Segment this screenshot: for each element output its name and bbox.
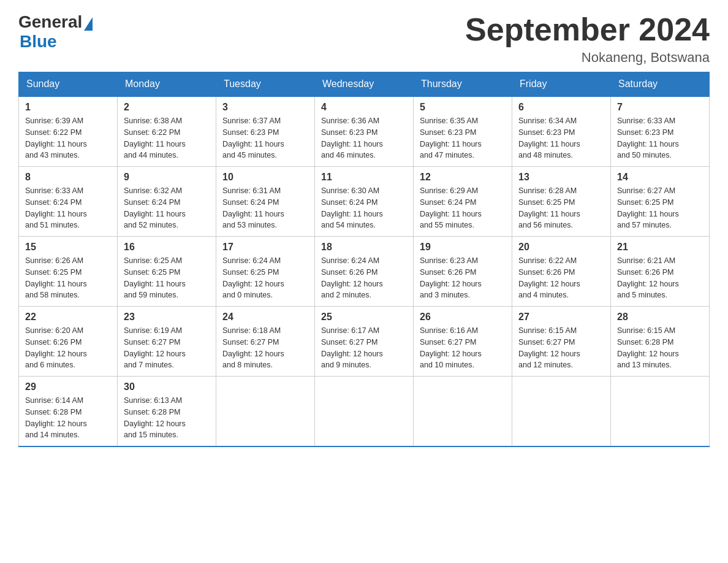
day-info: Sunrise: 6:26 AM Sunset: 6:25 PM Dayligh… [25, 255, 111, 301]
day-number: 15 [25, 242, 111, 253]
day-number: 12 [420, 172, 506, 183]
calendar-week-row: 8Sunrise: 6:33 AM Sunset: 6:24 PM Daylig… [19, 167, 710, 237]
day-number: 25 [321, 312, 407, 323]
day-info: Sunrise: 6:15 AM Sunset: 6:27 PM Dayligh… [518, 325, 604, 371]
calendar-cell: 15Sunrise: 6:26 AM Sunset: 6:25 PM Dayli… [19, 237, 118, 307]
day-number: 30 [124, 381, 210, 393]
calendar-cell: 19Sunrise: 6:23 AM Sunset: 6:26 PM Dayli… [414, 237, 512, 307]
day-number: 23 [124, 312, 210, 323]
day-info: Sunrise: 6:21 AM Sunset: 6:26 PM Dayligh… [617, 255, 703, 301]
day-info: Sunrise: 6:17 AM Sunset: 6:27 PM Dayligh… [321, 325, 407, 371]
logo-triangle-icon [84, 17, 93, 31]
calendar-cell: 17Sunrise: 6:24 AM Sunset: 6:25 PM Dayli… [216, 237, 315, 307]
calendar-cell: 8Sunrise: 6:33 AM Sunset: 6:24 PM Daylig… [19, 167, 118, 237]
calendar-cell: 25Sunrise: 6:17 AM Sunset: 6:27 PM Dayli… [315, 307, 414, 377]
calendar-cell: 22Sunrise: 6:20 AM Sunset: 6:26 PM Dayli… [19, 307, 118, 377]
day-number: 17 [222, 242, 308, 253]
header-day-thursday: Thursday [414, 72, 512, 97]
calendar-cell: 5Sunrise: 6:35 AM Sunset: 6:23 PM Daylig… [414, 96, 512, 167]
calendar-cell: 16Sunrise: 6:25 AM Sunset: 6:25 PM Dayli… [118, 237, 216, 307]
day-info: Sunrise: 6:13 AM Sunset: 6:28 PM Dayligh… [124, 395, 210, 441]
calendar-cell [216, 377, 315, 447]
day-number: 22 [25, 312, 111, 323]
calendar-cell: 23Sunrise: 6:19 AM Sunset: 6:27 PM Dayli… [118, 307, 216, 377]
calendar-cell: 9Sunrise: 6:32 AM Sunset: 6:24 PM Daylig… [118, 167, 216, 237]
calendar-cell: 30Sunrise: 6:13 AM Sunset: 6:28 PM Dayli… [118, 377, 216, 447]
day-info: Sunrise: 6:34 AM Sunset: 6:23 PM Dayligh… [518, 115, 604, 161]
calendar-header-row: SundayMondayTuesdayWednesdayThursdayFrid… [19, 72, 710, 97]
day-info: Sunrise: 6:24 AM Sunset: 6:25 PM Dayligh… [222, 255, 308, 301]
calendar-cell: 10Sunrise: 6:31 AM Sunset: 6:24 PM Dayli… [216, 167, 315, 237]
day-info: Sunrise: 6:38 AM Sunset: 6:22 PM Dayligh… [124, 115, 210, 161]
header-day-friday: Friday [512, 72, 611, 97]
day-number: 7 [617, 102, 703, 113]
logo: General Blue [18, 12, 93, 52]
day-info: Sunrise: 6:19 AM Sunset: 6:27 PM Dayligh… [124, 325, 210, 371]
day-info: Sunrise: 6:25 AM Sunset: 6:25 PM Dayligh… [124, 255, 210, 301]
calendar-cell: 21Sunrise: 6:21 AM Sunset: 6:26 PM Dayli… [611, 237, 710, 307]
day-number: 13 [518, 172, 604, 183]
day-info: Sunrise: 6:33 AM Sunset: 6:23 PM Dayligh… [617, 115, 703, 161]
day-number: 2 [124, 102, 210, 113]
logo-blue: Blue [20, 32, 93, 52]
day-info: Sunrise: 6:27 AM Sunset: 6:25 PM Dayligh… [617, 185, 703, 231]
calendar-cell: 24Sunrise: 6:18 AM Sunset: 6:27 PM Dayli… [216, 307, 315, 377]
day-number: 21 [617, 242, 703, 253]
calendar-week-row: 1Sunrise: 6:39 AM Sunset: 6:22 PM Daylig… [19, 96, 710, 167]
calendar-cell: 11Sunrise: 6:30 AM Sunset: 6:24 PM Dayli… [315, 167, 414, 237]
header: General Blue September 2024 Nokaneng, Bo… [18, 12, 710, 66]
calendar-week-row: 15Sunrise: 6:26 AM Sunset: 6:25 PM Dayli… [19, 237, 710, 307]
day-number: 26 [420, 312, 506, 323]
day-number: 20 [518, 242, 604, 253]
day-info: Sunrise: 6:29 AM Sunset: 6:24 PM Dayligh… [420, 185, 506, 231]
day-number: 24 [222, 312, 308, 323]
calendar-cell: 26Sunrise: 6:16 AM Sunset: 6:27 PM Dayli… [414, 307, 512, 377]
calendar-cell: 27Sunrise: 6:15 AM Sunset: 6:27 PM Dayli… [512, 307, 611, 377]
day-number: 4 [321, 102, 407, 113]
calendar-cell [512, 377, 611, 447]
day-info: Sunrise: 6:20 AM Sunset: 6:26 PM Dayligh… [25, 325, 111, 371]
day-info: Sunrise: 6:35 AM Sunset: 6:23 PM Dayligh… [420, 115, 506, 161]
calendar-cell: 28Sunrise: 6:15 AM Sunset: 6:28 PM Dayli… [611, 307, 710, 377]
day-number: 27 [518, 312, 604, 323]
header-day-monday: Monday [118, 72, 216, 97]
title-section: September 2024 Nokaneng, Botswana [465, 12, 710, 66]
day-number: 29 [25, 381, 111, 393]
day-info: Sunrise: 6:18 AM Sunset: 6:27 PM Dayligh… [222, 325, 308, 371]
day-number: 28 [617, 312, 703, 323]
day-info: Sunrise: 6:32 AM Sunset: 6:24 PM Dayligh… [124, 185, 210, 231]
calendar-cell: 13Sunrise: 6:28 AM Sunset: 6:25 PM Dayli… [512, 167, 611, 237]
header-day-tuesday: Tuesday [216, 72, 315, 97]
day-number: 8 [25, 172, 111, 183]
day-number: 10 [222, 172, 308, 183]
day-info: Sunrise: 6:37 AM Sunset: 6:23 PM Dayligh… [222, 115, 308, 161]
calendar-cell: 18Sunrise: 6:24 AM Sunset: 6:26 PM Dayli… [315, 237, 414, 307]
day-number: 9 [124, 172, 210, 183]
day-info: Sunrise: 6:23 AM Sunset: 6:26 PM Dayligh… [420, 255, 506, 301]
calendar-cell [315, 377, 414, 447]
month-title: September 2024 [465, 12, 710, 47]
day-number: 18 [321, 242, 407, 253]
calendar-cell: 12Sunrise: 6:29 AM Sunset: 6:24 PM Dayli… [414, 167, 512, 237]
calendar-cell: 7Sunrise: 6:33 AM Sunset: 6:23 PM Daylig… [611, 96, 710, 167]
day-number: 16 [124, 242, 210, 253]
header-day-sunday: Sunday [19, 72, 118, 97]
day-number: 11 [321, 172, 407, 183]
day-info: Sunrise: 6:15 AM Sunset: 6:28 PM Dayligh… [617, 325, 703, 371]
location-subtitle: Nokaneng, Botswana [465, 50, 710, 66]
header-day-wednesday: Wednesday [315, 72, 414, 97]
day-number: 6 [518, 102, 604, 113]
day-info: Sunrise: 6:33 AM Sunset: 6:24 PM Dayligh… [25, 185, 111, 231]
day-info: Sunrise: 6:14 AM Sunset: 6:28 PM Dayligh… [25, 395, 111, 441]
calendar-cell [414, 377, 512, 447]
calendar-cell: 29Sunrise: 6:14 AM Sunset: 6:28 PM Dayli… [19, 377, 118, 447]
day-number: 3 [222, 102, 308, 113]
calendar-cell: 3Sunrise: 6:37 AM Sunset: 6:23 PM Daylig… [216, 96, 315, 167]
day-info: Sunrise: 6:39 AM Sunset: 6:22 PM Dayligh… [25, 115, 111, 161]
calendar-week-row: 22Sunrise: 6:20 AM Sunset: 6:26 PM Dayli… [19, 307, 710, 377]
day-number: 1 [25, 102, 111, 113]
day-info: Sunrise: 6:30 AM Sunset: 6:24 PM Dayligh… [321, 185, 407, 231]
calendar-cell: 20Sunrise: 6:22 AM Sunset: 6:26 PM Dayli… [512, 237, 611, 307]
logo-general: General [18, 12, 82, 32]
calendar-cell: 2Sunrise: 6:38 AM Sunset: 6:22 PM Daylig… [118, 96, 216, 167]
